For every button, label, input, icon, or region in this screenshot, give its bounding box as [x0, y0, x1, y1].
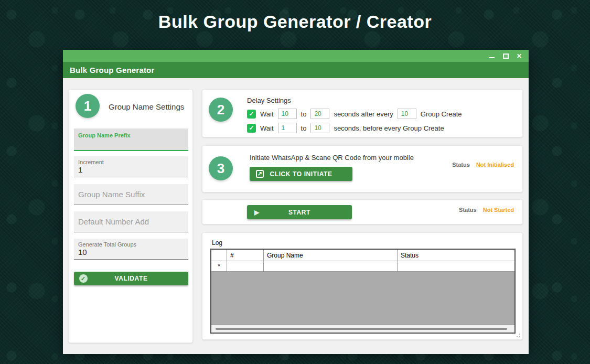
minimize-button[interactable] [487, 51, 497, 60]
column-header-number: # [227, 250, 264, 261]
wait-after-from-input[interactable] [278, 109, 297, 119]
log-title: Log [212, 239, 222, 247]
group-name-prefix-input[interactable] [74, 138, 188, 147]
start-button[interactable]: ▶ START [247, 205, 352, 219]
resize-grip[interactable] [516, 333, 521, 338]
step-3-badge: 3 [209, 156, 233, 180]
column-header-status: Status [398, 250, 514, 261]
close-icon: ✕ [517, 52, 522, 60]
click-to-initiate-button[interactable]: ↗ CLICK TO INITIATE [250, 167, 352, 181]
initiate-status-label: Status [452, 162, 470, 168]
generate-total-groups-label: Generate Total Groups [74, 239, 188, 248]
validate-button[interactable]: ✓ VALIDATE [74, 272, 188, 285]
to-label-2: to [301, 124, 307, 132]
maximize-icon [503, 53, 509, 59]
group-name-suffix-input[interactable] [74, 184, 188, 205]
increment-input[interactable] [74, 165, 188, 174]
window-control-strip: ✕ [63, 50, 529, 62]
start-status-label: Status [459, 207, 477, 213]
new-row-cell-group-name[interactable] [264, 261, 398, 271]
wait-before-to-input[interactable] [310, 123, 329, 133]
play-icon: ▶ [254, 209, 260, 216]
wait-before-checkbox[interactable]: ✓ [247, 124, 256, 133]
increment-field[interactable]: Increment [74, 156, 188, 177]
wait-before-label: Wait [260, 124, 274, 132]
increment-label: Increment [74, 156, 188, 165]
to-label-1: to [301, 110, 307, 118]
log-grid: # Group Name Status * [210, 249, 516, 334]
log-grid-new-row: * [211, 261, 514, 272]
page-title: Bulk Group Generator / Creator [0, 0, 590, 32]
close-button[interactable]: ✕ [514, 51, 524, 60]
row-selector-header [211, 250, 227, 261]
check-icon: ✓ [249, 110, 254, 117]
new-row-cell-number[interactable] [227, 261, 264, 271]
column-header-group-name: Group Name [264, 250, 398, 261]
group-name-settings-card: 1 Group Name Settings Group Name Prefix … [68, 89, 193, 343]
group-name-prefix-field[interactable]: Group Name Prefix [74, 129, 188, 151]
initiate-status-value: Not Initialised [476, 162, 514, 168]
window-title: Bulk Group Generator [63, 62, 529, 78]
group-create-count-input[interactable] [398, 109, 416, 119]
delay-settings-title: Delay Settings [247, 97, 291, 104]
log-card: Log # Group Name Status * [202, 232, 523, 340]
launch-icon: ↗ [256, 170, 264, 178]
scrollbar-thumb[interactable] [216, 328, 507, 330]
initiate-card: 3 Initiate WhatsApp & Scane QR Code from… [202, 145, 523, 192]
initiate-button-label: CLICK TO INITIATE [270, 170, 332, 178]
new-row-cell-status[interactable] [398, 261, 514, 271]
group-name-prefix-label: Group Name Prefix [74, 129, 188, 138]
group-create-label: Group Create [421, 110, 462, 118]
default-number-add-field[interactable] [74, 211, 188, 232]
log-grid-empty-area [211, 272, 514, 325]
wait-after-checkbox[interactable]: ✓ [247, 110, 256, 119]
new-row-marker: * [211, 261, 227, 271]
log-grid-horizontal-scrollbar[interactable] [211, 325, 514, 333]
delay-before-row: ✓ Wait to seconds, before every Group Cr… [247, 123, 444, 133]
start-status-value: Not Started [483, 207, 514, 213]
maximize-button[interactable] [500, 51, 511, 60]
wait-after-label: Wait [260, 110, 274, 118]
start-status-row: Status Not Started [459, 207, 514, 213]
start-button-label: START [288, 209, 310, 216]
default-number-add-input[interactable] [74, 211, 188, 232]
initiate-instruction: Initiate WhatsApp & Scane QR Code from y… [250, 154, 414, 162]
generate-total-groups-input[interactable] [74, 248, 188, 256]
step-2-badge: 2 [209, 98, 233, 122]
app-window: ✕ Bulk Group Generator 1 Group Name Sett… [63, 50, 529, 354]
step-1-title: Group Name Settings [109, 102, 184, 111]
log-grid-header: # Group Name Status [211, 250, 514, 261]
delay-after-row: ✓ Wait to seconds after every Group Crea… [247, 109, 462, 119]
wait-after-to-input[interactable] [310, 109, 329, 119]
delay-settings-card: 2 Delay Settings ✓ Wait to seconds after… [202, 89, 523, 137]
step-1-badge: 1 [76, 94, 100, 118]
start-card: ▶ START Status Not Started [202, 199, 523, 224]
check-icon: ✓ [249, 124, 254, 132]
initiate-status-row: Status Not Initialised [452, 162, 514, 168]
generate-total-groups-field[interactable]: Generate Total Groups [74, 239, 188, 260]
verified-badge-icon: ✓ [79, 274, 88, 283]
window-body: 1 Group Name Settings Group Name Prefix … [63, 78, 529, 354]
seconds-before-every-label: seconds, before every Group Create [334, 124, 444, 132]
minimize-icon [489, 57, 495, 58]
seconds-after-every-label: seconds after every [334, 110, 393, 118]
group-name-suffix-field[interactable] [74, 184, 188, 205]
wait-before-from-input[interactable] [278, 123, 297, 133]
validate-button-label: VALIDATE [114, 275, 147, 282]
